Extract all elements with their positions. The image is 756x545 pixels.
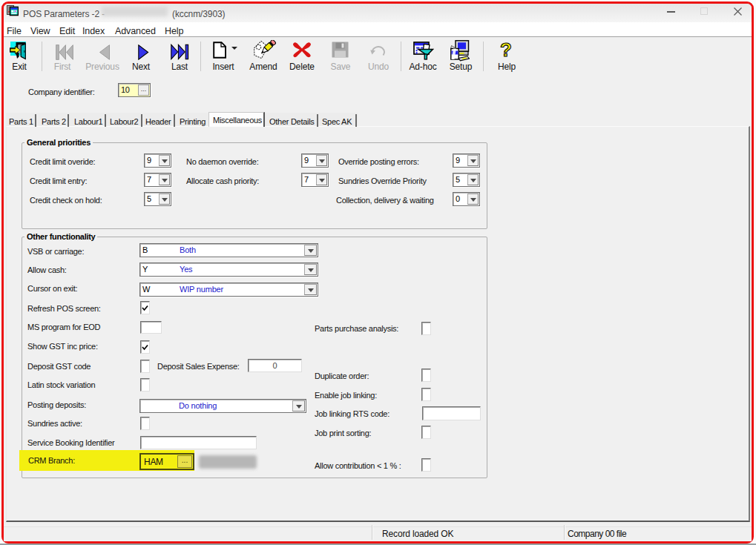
svg-text:?: ? — [500, 39, 512, 60]
